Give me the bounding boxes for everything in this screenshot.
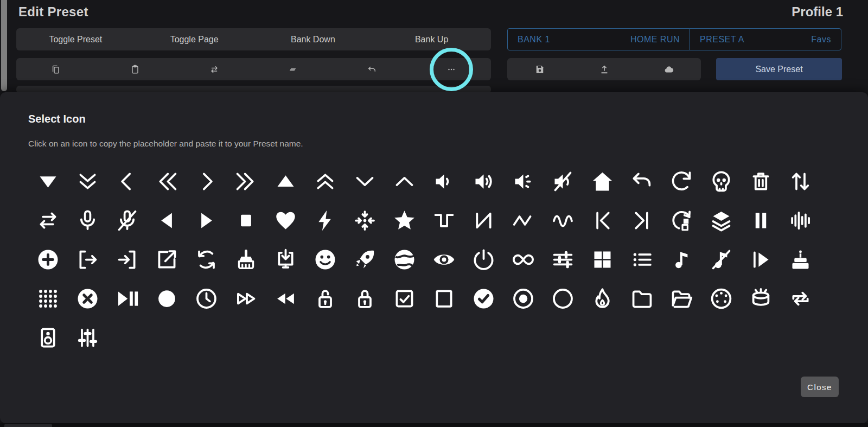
smiley-icon[interactable] (305, 240, 345, 279)
music-off-icon[interactable] (701, 240, 741, 279)
stop-icon[interactable] (226, 201, 266, 240)
folder-icon[interactable] (622, 279, 662, 318)
mic-off-icon[interactable] (107, 201, 147, 240)
chevrons-down-icon[interactable] (68, 162, 107, 201)
floppy-save-icon[interactable] (507, 58, 572, 80)
vertical-scrollbar[interactable] (1, 0, 7, 91)
lock-closed-icon[interactable] (345, 279, 385, 318)
midi-connector-icon[interactable] (701, 279, 741, 318)
power-icon[interactable] (464, 240, 503, 279)
cake-icon[interactable] (781, 240, 820, 279)
check-circle-icon[interactable] (464, 279, 503, 318)
flame-icon[interactable] (583, 279, 622, 318)
preset-selector[interactable]: PRESET A Favs (690, 28, 841, 50)
rewind-icon[interactable] (266, 279, 305, 318)
paste-icon[interactable] (95, 58, 175, 80)
resume-icon[interactable] (741, 240, 781, 279)
align-lines-icon[interactable] (253, 58, 333, 80)
play-pause-icon[interactable] (107, 279, 147, 318)
x-circle-icon[interactable] (68, 279, 107, 318)
pause-icon[interactable] (741, 201, 781, 240)
checkbox-checked-icon[interactable] (385, 279, 424, 318)
loop-blocks-icon[interactable] (662, 201, 701, 240)
faders-icon[interactable] (68, 318, 107, 357)
volume-low-icon[interactable] (424, 162, 464, 201)
triangle-left-icon[interactable] (147, 201, 187, 240)
redo-icon[interactable] (662, 162, 701, 201)
bank-selector[interactable]: BANK 1 HOME RUN (507, 28, 690, 50)
lock-open-icon[interactable] (305, 279, 345, 318)
copy-icon[interactable] (16, 58, 95, 80)
caret-down-icon[interactable] (28, 162, 68, 201)
skip-start-icon[interactable] (583, 201, 622, 240)
bank-up-button[interactable]: Bank Up (372, 28, 491, 50)
chevron-up-icon[interactable] (385, 162, 424, 201)
chevrons-left-icon[interactable] (147, 162, 187, 201)
radio-on-icon[interactable] (503, 279, 543, 318)
grid-2x2-icon[interactable] (583, 240, 622, 279)
infinity-icon[interactable] (503, 240, 543, 279)
chevron-down-icon[interactable] (345, 162, 385, 201)
waveform-icon[interactable] (781, 201, 820, 240)
chevrons-up-icon[interactable] (305, 162, 345, 201)
volume-dash-icon[interactable] (503, 162, 543, 201)
brush-icon[interactable] (226, 240, 266, 279)
chevron-left-icon[interactable] (107, 162, 147, 201)
sine-wave-icon[interactable] (543, 201, 583, 240)
triangle-right-icon[interactable] (187, 201, 226, 240)
dot-grid-icon[interactable] (28, 279, 68, 318)
square-wave-icon[interactable] (424, 201, 464, 240)
record-icon[interactable] (147, 279, 187, 318)
bullet-list-icon[interactable] (622, 240, 662, 279)
folder-open-icon[interactable] (662, 279, 701, 318)
globe-icon[interactable] (385, 240, 424, 279)
music-note-icon[interactable] (662, 240, 701, 279)
skip-end-icon[interactable] (622, 201, 662, 240)
fast-forward-icon[interactable] (226, 279, 266, 318)
toggle-page-button[interactable]: Toggle Page (135, 28, 254, 50)
sliders-horizontal-icon[interactable] (543, 240, 583, 279)
repeat-icon[interactable] (781, 279, 820, 318)
device-download-icon[interactable] (266, 240, 305, 279)
speaker-cabinet-icon[interactable] (28, 318, 68, 357)
upload-icon[interactable] (572, 58, 636, 80)
circle-outline-icon[interactable] (543, 279, 583, 318)
bolt-icon[interactable] (305, 201, 345, 240)
undo-icon[interactable] (622, 162, 662, 201)
eye-icon[interactable] (424, 240, 464, 279)
chevrons-right-icon[interactable] (226, 162, 266, 201)
converge-icon[interactable] (345, 201, 385, 240)
logout-icon[interactable] (68, 240, 107, 279)
layers-icon[interactable] (701, 201, 741, 240)
mic-icon[interactable] (68, 201, 107, 240)
plus-circle-icon[interactable] (28, 240, 68, 279)
toggle-preset-button[interactable]: Toggle Preset (16, 28, 135, 50)
cloud-icon[interactable] (636, 58, 701, 80)
volume-high-icon[interactable] (464, 162, 503, 201)
arrows-up-down-icon[interactable] (781, 162, 820, 201)
heart-icon[interactable] (266, 201, 305, 240)
saw-wave-icon[interactable] (464, 201, 503, 240)
login-icon[interactable] (107, 240, 147, 279)
star-icon[interactable] (385, 201, 424, 240)
volume-mute-icon[interactable] (543, 162, 583, 201)
square-outline-icon[interactable] (424, 279, 464, 318)
sync-icon[interactable] (187, 240, 226, 279)
swap-icon[interactable] (175, 58, 254, 80)
rocket-icon[interactable] (345, 240, 385, 279)
caret-up-icon[interactable] (266, 162, 305, 201)
trash-icon[interactable] (741, 162, 781, 201)
external-link-icon[interactable] (147, 240, 187, 279)
clock-icon[interactable] (187, 279, 226, 318)
bank-down-button[interactable]: Bank Down (254, 28, 373, 50)
ellipsis-icon[interactable] (412, 58, 491, 80)
transfer-arrows-icon[interactable] (28, 201, 68, 240)
home-icon[interactable] (583, 162, 622, 201)
chevron-right-icon[interactable] (187, 162, 226, 201)
triangle-wave-icon[interactable] (503, 201, 543, 240)
skull-icon[interactable] (701, 162, 741, 201)
undo-small-icon[interactable] (333, 58, 412, 80)
close-button[interactable]: Close (801, 377, 839, 397)
drum-icon[interactable] (741, 279, 781, 318)
save-preset-button[interactable]: Save Preset (716, 58, 842, 80)
